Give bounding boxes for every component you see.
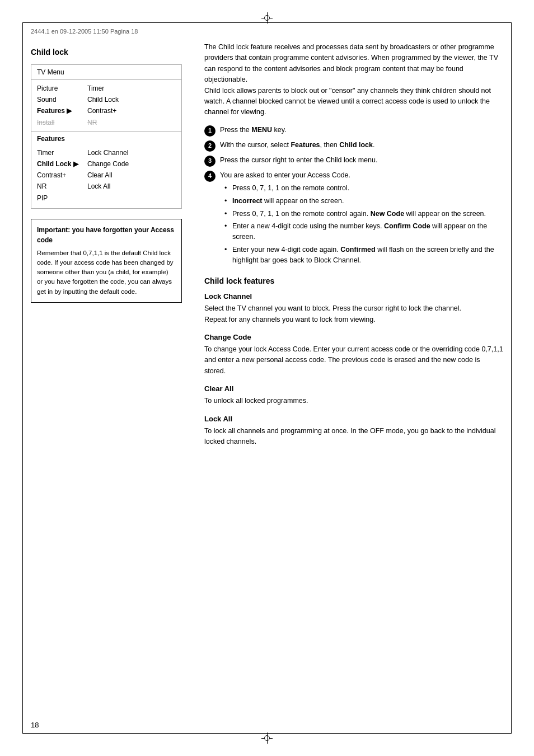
crosshair-top (261, 12, 273, 24)
step-item-2: 2 With the cursor, select Features, then… (204, 140, 503, 152)
step-number-4: 4 (204, 171, 216, 182)
bullet-4-bold: Confirm Code (384, 222, 430, 230)
feature-lock-all-name: Lock All (204, 415, 503, 423)
step-content-3: Press the cursor right to enter the Chil… (220, 155, 503, 166)
header-meta: 2444.1 en 09-12-2005 11:50 Pagina 18 (31, 28, 138, 35)
bullet-5-bold: Confirmed (340, 246, 376, 253)
sub-row-1-col2: Lock Channel (87, 148, 176, 158)
step-item-3: 3 Press the cursor right to enter the Ch… (204, 155, 503, 167)
bullet-3-bold: New Code (371, 210, 404, 218)
sub-row-3-col1: Contrast+ (37, 170, 87, 181)
bullet-2: Incorrect will appear on the screen. (224, 196, 503, 206)
step-item-4: 4 You are asked to enter your Access Cod… (204, 170, 503, 268)
sub-row-5-col1: PIP (37, 193, 87, 204)
bullet-5: Enter your new 4-digit code again. Confi… (224, 245, 503, 266)
intro-text: The Child lock feature receives and proc… (204, 42, 503, 118)
feature-lock-all-off: OFF (370, 427, 384, 435)
step-number-1: 1 (204, 125, 216, 137)
menu-row-4-col1: Install (37, 118, 87, 128)
feature-clear-all-name: Clear All (204, 384, 503, 393)
sub-row-4-col2: Lock All (87, 181, 176, 192)
page-content: Child lock TV Menu Picture Timer Sound C… (31, 42, 503, 725)
bullet-3: Press 0, 7, 1, 1 on the remote control a… (224, 209, 503, 219)
step-2-bold1: Features (291, 141, 320, 149)
menu-row-2-col2: Child Lock (87, 95, 176, 105)
features-section: Child lock features Lock Channel Select … (204, 276, 503, 447)
tv-menu-header: TV Menu (31, 65, 181, 79)
sub-row-2-col2: Change Code (87, 159, 176, 170)
step-4-bullets: Press 0, 7, 1, 1 on the remote control. … (220, 183, 503, 265)
feature-clear-all: Clear All To unlock all locked programme… (204, 384, 503, 406)
left-column: Child lock TV Menu Picture Timer Sound C… (31, 42, 193, 725)
step-content-4: You are asked to enter your Access Code.… (220, 170, 503, 268)
crosshair-bottom (261, 732, 273, 744)
sub-row-2-col1: Child Lock ▶ (37, 159, 87, 170)
sub-row-3-col2: Clear All (87, 170, 176, 181)
page-border-right (511, 22, 512, 734)
bullet-2-bold: Incorrect (232, 197, 263, 205)
menu-row-3-col1: Features ▶ (37, 106, 87, 116)
sub-menu-grid: Timer Lock Channel Child Lock ▶ Change C… (31, 145, 181, 208)
step-number-3: 3 (204, 156, 216, 167)
feature-change-code-name: Change Code (204, 333, 503, 341)
sub-row-5-col2 (87, 193, 176, 204)
menu-row-1-col1: Picture (37, 83, 87, 94)
bullet-1: Press 0, 7, 1, 1 on the remote control. (224, 183, 503, 194)
step-item-1: 1 Press the MENU key. (204, 125, 503, 137)
note-box: Important: you have forgotten your Acces… (31, 219, 182, 303)
note-box-title: Important: you have forgotten your Acces… (37, 225, 176, 245)
feature-clear-all-desc: To unlock all locked programmes. (204, 396, 503, 406)
menu-row-4-col2: NR (87, 118, 176, 128)
feature-lock-channel: Lock Channel Select the TV channel you w… (204, 292, 503, 325)
bullet-4: Enter a new 4-digit code using the numbe… (224, 221, 503, 242)
sub-row-4-col1: NR (37, 181, 87, 192)
right-column: The Child lock feature receives and proc… (193, 42, 503, 725)
step-content-2: With the cursor, select Features, then C… (220, 140, 503, 151)
sub-menu-header: Features (31, 132, 181, 145)
feature-lock-all-desc: To lock all channels and programming at … (204, 426, 503, 448)
tv-menu-box: TV Menu Picture Timer Sound Child Lock F… (31, 64, 182, 209)
menu-row-2-col1: Sound (37, 95, 87, 105)
note-box-body: Remember that 0,7,1,1 is the default Chi… (37, 248, 176, 297)
menu-row-3-col2: Contrast+ (87, 106, 176, 116)
step-1-bold: MENU (251, 126, 272, 134)
menu-row-1-col2: Timer (87, 83, 176, 94)
step-number-2: 2 (204, 140, 216, 152)
feature-lock-channel-name: Lock Channel (204, 292, 503, 300)
feature-lock-all: Lock All To lock all channels and progra… (204, 415, 503, 448)
page-border-left (22, 22, 23, 734)
step-content-1: Press the MENU key. (220, 125, 503, 135)
features-title: Child lock features (204, 276, 503, 285)
feature-lock-channel-desc: Select the TV channel you want to block.… (204, 303, 503, 325)
tv-menu-grid: Picture Timer Sound Child Lock Features … (31, 80, 181, 132)
steps-list: 1 Press the MENU key. 2 With the cursor,… (204, 125, 503, 268)
sub-row-1-col1: Timer (37, 148, 87, 158)
step-2-bold2: Child lock (339, 141, 373, 149)
section-title: Child lock (31, 48, 182, 57)
feature-change-code: Change Code To change your lock Access C… (204, 333, 503, 377)
feature-change-code-desc: To change your lock Access Code. Enter y… (204, 344, 503, 377)
